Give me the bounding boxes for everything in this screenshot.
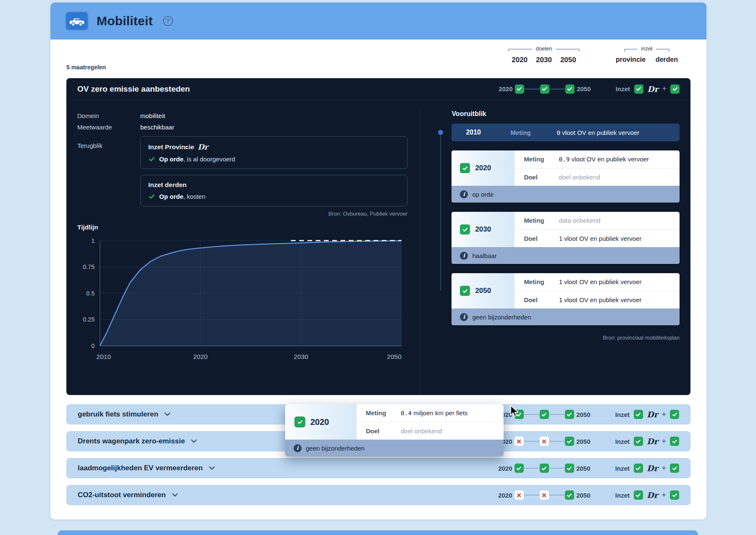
svg-text:0: 0	[91, 343, 94, 349]
check-icon[interactable]	[670, 84, 680, 94]
legend-year: 2020	[512, 56, 528, 64]
measure-title: CO2-uitstoot verminderen	[78, 491, 166, 499]
check-icon[interactable]	[670, 410, 679, 419]
value-number: 1	[559, 297, 562, 303]
timeline-card: 2020Meting0.9 vloot OV en publiek vervoe…	[452, 150, 680, 203]
note-bar: ihaalbaar	[452, 247, 680, 264]
status-rest: , is al doorgevoerd	[184, 155, 235, 163]
doelen-years: 202020302050	[508, 56, 580, 64]
meting-value: 0.9 vloot OV en publiek vervoer	[559, 155, 649, 163]
legend-column: provincie	[616, 56, 646, 63]
screen: Mobiliteit ? 5 maatregelen doelen 202020…	[0, 0, 756, 535]
measure-title: gebruik fiets stimuleren	[78, 410, 158, 419]
plus-icon: +	[662, 464, 666, 473]
timeline-baseline-row: 2010Meting0 vloot OV en publiek vervoer	[452, 124, 680, 141]
mouse-cursor	[510, 405, 520, 419]
check-icon[interactable]	[634, 490, 643, 500]
check-icon[interactable]	[540, 410, 549, 419]
check-icon[interactable]	[540, 464, 549, 473]
doel-row: Doeldoel onbekend	[514, 169, 680, 186]
check-icon[interactable]	[565, 410, 574, 419]
measure-row-left: laadmogelijkheden EV vermeerderen	[78, 464, 215, 472]
check-icon	[460, 286, 470, 296]
timeline-year-cell: 2050	[452, 273, 514, 308]
value-text: vloot OV en publiek vervoer	[562, 296, 641, 303]
check-icon[interactable]	[634, 437, 643, 446]
page-title: Mobiliteit	[97, 14, 153, 28]
status-year-start: 2020	[496, 492, 514, 499]
info-icon: i	[294, 444, 302, 452]
note-bar: igeen bijzonderheden	[452, 308, 680, 325]
connector	[524, 89, 540, 90]
inzet-label: inzet	[638, 45, 656, 52]
chevron-down-icon[interactable]	[164, 412, 171, 416]
help-icon[interactable]: ?	[163, 16, 173, 26]
check-icon[interactable]	[514, 464, 524, 473]
info-icon: i	[460, 252, 468, 260]
check-icon[interactable]	[565, 490, 574, 500]
connector	[524, 468, 540, 469]
status-year-end: 2050	[574, 492, 593, 499]
open-measure-header[interactable]: OV zero emissie aanbesteden 20202050Inze…	[66, 78, 690, 100]
check-icon[interactable]	[565, 437, 574, 446]
meting-value: 1 vloot OV en publiek vervoer	[559, 278, 641, 285]
doel-label: Doel	[514, 174, 559, 181]
status-year-end: 2050	[574, 465, 593, 472]
connector	[549, 414, 565, 415]
check-icon[interactable]	[670, 464, 679, 473]
meting-row: Meting1 vloot OV en publiek vervoer	[514, 273, 680, 291]
tooltip-year: 2020	[310, 417, 329, 427]
measure-row-left: CO2-uitstoot verminderen	[78, 491, 178, 499]
connector	[549, 468, 565, 469]
inzet-label: Inzet	[615, 465, 630, 472]
check-icon	[294, 416, 305, 427]
drenthe-logo-icon: Dr	[647, 84, 659, 94]
status-bar: 20202050InzetDr+	[496, 490, 679, 500]
check-icon	[460, 163, 470, 173]
drenthe-logo-icon: Dr	[647, 437, 658, 446]
doel-label: Doel	[357, 427, 401, 435]
check-icon[interactable]	[634, 84, 643, 94]
status-bar: 20202050InzetDr+	[496, 410, 679, 419]
value-text: vloot OV en publiek vervoer	[570, 155, 649, 163]
measure-row[interactable]: laadmogelijkheden EV vermeerderen2020205…	[66, 458, 690, 478]
cross-icon[interactable]	[540, 490, 549, 500]
check-icon[interactable]	[670, 437, 679, 446]
drenthe-logo-icon: Dr	[197, 142, 208, 151]
meting-row: Meting0.9 vloot OV en publiek vervoer	[514, 150, 680, 169]
meting-label: Meting	[357, 409, 401, 416]
check-icon[interactable]	[565, 464, 574, 473]
summary-row: 5 maatregelen doelen 202020302050 inzet …	[66, 49, 690, 72]
chevron-down-icon[interactable]	[172, 493, 178, 497]
inzet-label: Inzet	[615, 411, 630, 418]
measure-row[interactable]: CO2-uitstoot verminderen20202050InzetDr+	[66, 485, 690, 505]
field-value: mobiliteit	[140, 110, 165, 121]
check-icon[interactable]	[565, 84, 575, 94]
inzet-bracket: inzet	[624, 49, 669, 55]
connector	[524, 441, 540, 442]
box-title: Inzet Provincie	[148, 143, 194, 151]
cross-icon[interactable]	[514, 437, 524, 446]
svg-text:2020: 2020	[193, 353, 208, 360]
terugblik-box-derden: Inzet derden Op orde, kosten	[140, 175, 407, 206]
check-icon[interactable]	[540, 84, 549, 94]
doel-value: 1 vloot OV en publiek vervoer	[559, 235, 641, 242]
legend: doelen 202020302050 inzet provinciederde…	[508, 49, 680, 64]
svg-text:1: 1	[91, 237, 94, 244]
status-bar: 20202050InzetDr+	[496, 84, 680, 94]
meting-value: 0.4 miljoen km per fiets	[401, 409, 468, 416]
status-bold: Op orde	[159, 155, 184, 163]
check-icon[interactable]	[634, 464, 643, 473]
drenthe-logo-icon: Dr	[647, 464, 658, 473]
chevron-down-icon[interactable]	[209, 466, 215, 470]
check-icon[interactable]	[515, 84, 524, 94]
open-measure-panel: OV zero emissie aanbesteden 20202050Inze…	[66, 78, 690, 395]
check-icon[interactable]	[670, 490, 679, 500]
check-icon[interactable]	[634, 410, 643, 419]
cross-icon[interactable]	[514, 490, 524, 500]
next-category-header[interactable]	[58, 530, 698, 535]
svg-text:2050: 2050	[387, 353, 402, 360]
plus-icon: +	[662, 84, 667, 93]
cross-icon[interactable]	[540, 437, 549, 446]
chevron-down-icon[interactable]	[191, 439, 197, 443]
